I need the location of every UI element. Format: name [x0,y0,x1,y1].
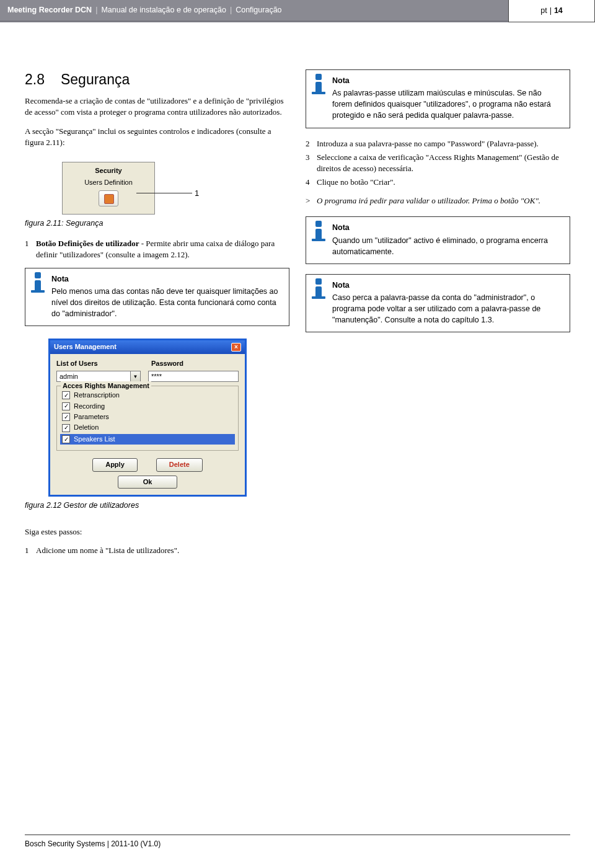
dialog-titlebar: Users Management × [50,340,245,353]
note-lost-password: Nota Caso perca a palavra-passe da conta… [306,274,570,333]
info-icon [29,272,46,290]
check-parameters[interactable]: ✓Parameters [62,412,233,422]
delete-button[interactable]: Delete [156,458,203,471]
follow-step-1: 1Adicione um nome à "Lista de utilizador… [25,545,289,556]
callout-1: 1 [195,188,199,199]
check-speakers-list[interactable]: ✓Speakers List [60,434,235,445]
users-management-dialog: Users Management × List of Users Passwor… [48,339,247,497]
note-delete-user: Nota Quando um "utilizador" activo é eli… [306,216,570,264]
users-definition-button[interactable] [99,190,118,206]
note-password-case: Nota As palavras-passe utilizam maiúscul… [306,69,570,128]
doc-section: Configuração [236,5,281,16]
step-result: >O programa irá pedir para validar o uti… [306,195,570,206]
apply-button[interactable]: Apply [92,458,138,471]
info-icon [310,278,327,296]
page-footer: Bosch Security Systems | 2011-10 (V1.0) [25,835,570,849]
check-deletion[interactable]: ✓Deletion [62,422,233,433]
step-2: 2Introduza a sua palavra-passe no campo … [306,138,570,149]
security-panel-subtitle: Users Definition [63,178,154,187]
figure-2-11-caption: figura 2.11: Segurança [25,218,289,229]
password-input[interactable]: **** [148,371,239,382]
intro-paragraph-1: Recomenda-se a criação de contas de "uti… [25,95,289,118]
info-icon [310,74,327,91]
breadcrumb: Meeting Recorder DCN | Manual de instala… [0,0,508,22]
figure-2-11: Security Users Definition 1 [25,162,289,215]
user-list-input[interactable]: admin [56,371,131,382]
info-icon [310,221,327,238]
figure-2-12-caption: figura 2.12 Gestor de utilizadores [25,500,289,512]
access-rights-legend: Acces Rights Management [61,381,151,391]
chevron-down-icon[interactable]: ▼ [131,371,141,382]
page-indicator: pt | 14 [508,0,595,22]
security-panel-title: Security [63,165,154,177]
ok-button[interactable]: Ok [118,476,178,489]
note-admin-account: Nota Pelo menos uma das contas não deve … [25,268,289,327]
password-label: Password [151,359,239,368]
step-3: 3Seleccione a caixa de verificação "Acce… [306,152,570,174]
page-header: Meeting Recorder DCN | Manual de instala… [0,0,595,22]
intro-paragraph-2: A secção "Segurança" inclui os seguintes… [25,126,289,148]
list-of-users-label: List of Users [56,359,144,368]
section-heading: 2.8Segurança [25,69,289,89]
step-4: 4Clique no botão "Criar". [306,177,570,188]
access-rights-group: Acces Rights Management ✓Retranscription… [56,386,239,451]
security-panel: Security Users Definition [62,162,155,215]
dialog-title: Users Management [54,342,117,352]
check-retranscription[interactable]: ✓Retranscription [62,390,233,401]
product-name: Meeting Recorder DCN [7,5,92,16]
definition-item-1: 1 Botão Definições de utilizador - Permi… [25,238,289,260]
follow-steps-intro: Siga estes passos: [25,526,289,538]
doc-subtitle: Manual de instalação e de operação [101,5,226,16]
close-icon[interactable]: × [231,343,241,352]
check-recording[interactable]: ✓Recording [62,401,233,412]
